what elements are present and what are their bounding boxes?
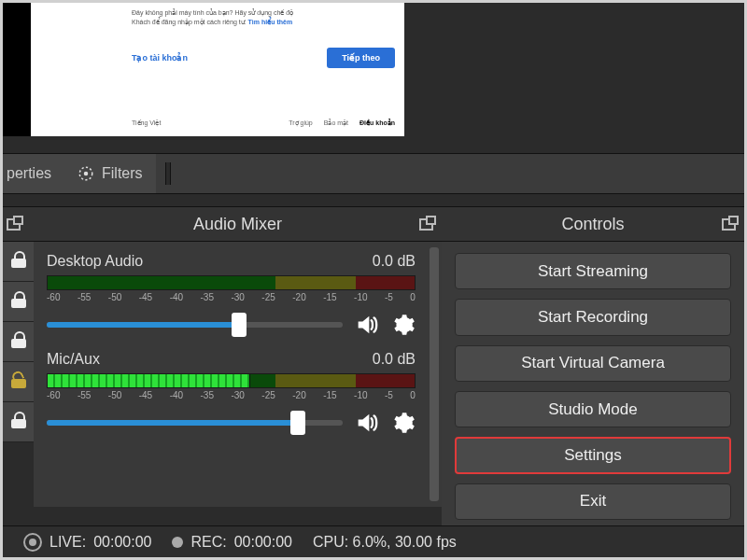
lock-icon — [11, 335, 26, 348]
lock-icon — [11, 255, 26, 268]
tick: -20 — [292, 292, 305, 302]
lock-icon — [11, 295, 26, 308]
tick: -5 — [385, 390, 393, 400]
tick: -25 — [261, 390, 275, 400]
tick: -40 — [170, 390, 183, 400]
start-streaming-button[interactable]: Start Streaming — [455, 253, 731, 289]
start-virtual-camera-button[interactable]: Start Virtual Camera — [455, 345, 731, 382]
rec-time: 00:00:00 — [234, 534, 292, 551]
slider-fill — [47, 420, 298, 426]
tick: -25 — [261, 292, 275, 302]
speaker-icon[interactable] — [352, 312, 382, 338]
preview-lang: Tiếng Việt — [132, 119, 161, 127]
popout-icon[interactable] — [7, 217, 21, 231]
channel-mic-aux: Mic/Aux 0.0 dB -60-55-50-45-40-35-30-25-… — [47, 351, 429, 436]
channel-db: 0.0 dB — [373, 253, 416, 270]
tick: -55 — [78, 292, 91, 302]
tab-bar: perties Filters — [3, 153, 744, 194]
tick: -45 — [139, 390, 152, 400]
preview-footer-a: Trợ giúp — [289, 119, 313, 127]
source-preview: Đây không phải máy tính của bạn? Hãy sử … — [3, 3, 404, 136]
tick: 0 — [410, 390, 416, 400]
exit-button[interactable]: Exit — [455, 483, 731, 520]
lock-cell[interactable] — [3, 282, 34, 322]
status-bar: LIVE: 00:00:00 REC: 00:00:00 CPU: 6.0%, … — [3, 525, 744, 557]
cpu-text: CPU: 6.0%, 30.00 fps — [313, 534, 457, 551]
volume-slider[interactable] — [47, 420, 343, 426]
preview-learn-more: Tìm hiểu thêm — [248, 19, 293, 25]
channel-name: Mic/Aux — [47, 351, 100, 368]
tick: -10 — [354, 292, 367, 302]
popout-icon[interactable] — [419, 217, 434, 231]
gear-icon[interactable] — [391, 411, 416, 435]
settings-button[interactable]: Settings — [455, 437, 731, 473]
audio-mixer-panel: Desktop Audio 0.0 dB -60-55-50-45-40-35-… — [34, 242, 442, 507]
tick: -5 — [385, 292, 393, 302]
tab-filters-label: Filters — [102, 165, 143, 182]
channel-desktop-audio: Desktop Audio 0.0 dB -60-55-50-45-40-35-… — [47, 253, 429, 338]
audio-mixer-header: Audio Mixer — [34, 206, 442, 242]
tick: -15 — [323, 390, 336, 400]
audio-mixer-title: Audio Mixer — [193, 215, 282, 234]
lock-cell[interactable] — [3, 322, 34, 362]
tick: -60 — [47, 292, 60, 302]
mixer-scrollbar[interactable] — [430, 247, 439, 501]
live-label: LIVE: — [49, 534, 86, 551]
live-status: LIVE: 00:00:00 — [23, 533, 151, 552]
controls-panel: Start Streaming Start Recording Start Vi… — [442, 242, 744, 531]
preview-content: Đây không phải máy tính của bạn? Hãy sử … — [31, 3, 404, 136]
preview-create-account: Tạo tài khoản — [132, 53, 188, 63]
tab-properties[interactable]: perties — [3, 154, 64, 193]
preview-text-1: Đây không phải máy tính của bạn? Hãy sử … — [132, 8, 395, 18]
tick: 0 — [410, 292, 416, 302]
tick: -50 — [108, 292, 121, 302]
db-ticks: -60-55-50-45-40-35-30-25-20-15-10-50 — [47, 292, 416, 302]
slider-thumb[interactable] — [290, 411, 305, 435]
live-icon — [23, 533, 42, 552]
speaker-icon[interactable] — [352, 410, 382, 436]
tab-grip[interactable] — [165, 162, 171, 185]
tick: -15 — [323, 292, 336, 302]
tick: -35 — [201, 390, 214, 400]
tab-properties-label: perties — [7, 165, 51, 182]
rec-label: REC: — [190, 534, 226, 551]
controls-header: Controls — [442, 206, 744, 242]
volume-slider[interactable] — [47, 322, 343, 328]
rec-icon — [172, 537, 183, 548]
vu-meter — [47, 373, 416, 388]
lock-cell[interactable] — [3, 242, 34, 282]
start-recording-button[interactable]: Start Recording — [455, 299, 731, 335]
slider-fill — [47, 322, 239, 328]
filters-icon — [78, 165, 94, 182]
controls-title: Controls — [561, 215, 624, 234]
preview-footer-c: Điều khoản — [359, 119, 395, 127]
lock-cell[interactable] — [3, 402, 34, 442]
tick: -55 — [78, 390, 91, 400]
tick: -20 — [292, 390, 305, 400]
left-header — [3, 206, 34, 242]
tab-filters[interactable]: Filters — [64, 154, 156, 193]
lock-icon — [11, 415, 26, 428]
channel-name: Desktop Audio — [47, 253, 143, 270]
slider-thumb[interactable] — [232, 313, 247, 337]
tick: -40 — [170, 292, 183, 302]
popout-icon[interactable] — [722, 217, 737, 231]
lock-open-icon — [11, 375, 26, 388]
tick: -35 — [201, 292, 214, 302]
preview-footer-b: Bảo mật — [324, 119, 348, 127]
preview-text-2: Khách để đăng nhập một cách riêng tư. — [132, 19, 247, 25]
tick: -45 — [139, 292, 152, 302]
tick: -30 — [231, 390, 244, 400]
studio-mode-button[interactable]: Studio Mode — [455, 391, 731, 427]
preview-next-button: Tiếp theo — [327, 48, 395, 68]
lock-cell[interactable] — [3, 362, 34, 402]
vu-meter — [47, 275, 416, 290]
gear-icon[interactable] — [391, 313, 416, 337]
channel-db: 0.0 dB — [373, 351, 416, 368]
tick: -30 — [231, 292, 244, 302]
svg-point-1 — [84, 172, 89, 176]
tick: -60 — [47, 390, 60, 400]
db-ticks: -60-55-50-45-40-35-30-25-20-15-10-50 — [47, 390, 416, 400]
live-time: 00:00:00 — [93, 534, 151, 551]
rec-status: REC: 00:00:00 — [172, 534, 292, 551]
